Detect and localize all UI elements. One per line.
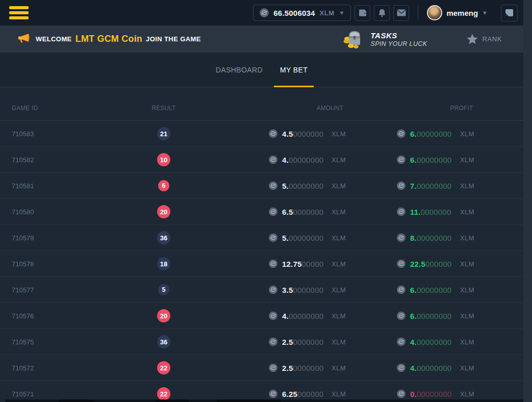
tasks-title: TASKS bbox=[371, 31, 427, 40]
chevron-down-icon: ▼ bbox=[482, 10, 488, 16]
profit-value: 22.5000000 bbox=[410, 260, 451, 268]
result-badge: 5 bbox=[158, 284, 169, 295]
profit-value: 6.00000000 bbox=[410, 156, 451, 164]
result-badge: 36 bbox=[157, 335, 170, 348]
star-icon bbox=[467, 34, 478, 44]
game-id-cell: 710580 bbox=[12, 208, 34, 216]
profit-value: 4.00000000 bbox=[410, 364, 451, 372]
amount-currency-label: XLM bbox=[332, 390, 346, 398]
profit-value: 0.00000000 bbox=[410, 390, 451, 398]
rank-label: RANK bbox=[482, 35, 502, 43]
profit-value: 6.00000000 bbox=[410, 286, 451, 294]
table-row: 710575 36 2.50000000 XLM 4.00000000 XLM bbox=[0, 329, 523, 355]
username: memeng bbox=[446, 9, 478, 17]
balance-currency: XLM bbox=[320, 9, 335, 17]
coin-icon bbox=[269, 390, 277, 398]
amount-cell: 2.50000000 bbox=[269, 338, 323, 346]
tasks-button[interactable]: TASKS SPIN YOUR LUCK bbox=[342, 30, 427, 49]
coin-icon bbox=[269, 312, 277, 320]
profit-value: 6.00000000 bbox=[410, 312, 451, 320]
topbar-right: 66.5006034 XLM ▼ memeng ▼ bbox=[253, 5, 518, 21]
bell-icon bbox=[378, 9, 386, 17]
welcome-suffix: JOIN THE GAME bbox=[146, 35, 201, 43]
profit-currency-label: XLM bbox=[460, 156, 474, 164]
coin-icon bbox=[397, 364, 406, 372]
coin-icon bbox=[269, 156, 277, 164]
table-row: 710571 22 6.25000000 XLM 0.00000000 XLM bbox=[0, 381, 523, 402]
rank-button[interactable]: RANK bbox=[467, 34, 502, 44]
wallet-button[interactable] bbox=[354, 5, 370, 21]
profit-currency-label: XLM bbox=[460, 130, 474, 138]
game-id-cell: 710576 bbox=[12, 312, 34, 320]
column-game-id: GAME ID bbox=[12, 105, 38, 112]
amount-cell: 6.25000000 bbox=[269, 390, 323, 398]
tabs-bar: DASHBOARD MY BET bbox=[0, 53, 523, 87]
result-badge: 22 bbox=[157, 361, 170, 374]
table-row: 710572 22 2.50000000 XLM 4.00000000 XLM bbox=[0, 355, 523, 381]
coin-icon bbox=[397, 286, 406, 294]
amount-value: 5.00000000 bbox=[282, 182, 323, 190]
game-id-cell: 710579 bbox=[12, 234, 34, 242]
profit-cell: 6.00000000 bbox=[397, 312, 451, 320]
chat-toggle-button[interactable] bbox=[501, 5, 518, 21]
topbar-divider bbox=[418, 6, 418, 19]
bet-table-header: GAME ID RESULT AMOUNT PROFIT bbox=[0, 88, 523, 121]
profit-currency-label: XLM bbox=[460, 208, 474, 216]
coin-icon bbox=[397, 338, 406, 346]
coin-icon bbox=[269, 286, 277, 294]
amount-value: 6.25000000 bbox=[282, 390, 323, 398]
tab-my-bet[interactable]: MY BET bbox=[274, 53, 314, 87]
table-row: 710582 10 4.00000000 XLM 6.00000000 XLM bbox=[0, 147, 523, 173]
column-amount: AMOUNT bbox=[317, 105, 344, 112]
coin-icon bbox=[269, 364, 277, 372]
table-row: 710577 5 3.50000000 XLM 6.00000000 XLM bbox=[0, 277, 523, 303]
profit-currency-label: XLM bbox=[460, 260, 474, 268]
amount-cell: 5.00000000 bbox=[269, 182, 323, 190]
tab-dashboard[interactable]: DASHBOARD bbox=[210, 53, 269, 87]
profit-cell: 4.00000000 bbox=[397, 338, 451, 346]
profit-value: 7.00000000 bbox=[410, 182, 451, 190]
amount-currency-label: XLM bbox=[332, 286, 346, 294]
messages-button[interactable] bbox=[393, 5, 409, 21]
profit-currency-label: XLM bbox=[460, 234, 474, 242]
profit-cell: 11.0000000 bbox=[397, 208, 451, 216]
coin-icon bbox=[397, 234, 406, 242]
footer-strip bbox=[5, 399, 523, 402]
amount-value: 4.00000000 bbox=[282, 156, 323, 164]
coin-icon bbox=[397, 390, 406, 398]
game-id-cell: 710578 bbox=[12, 260, 34, 268]
profit-currency-label: XLM bbox=[460, 390, 474, 398]
game-id-cell: 710583 bbox=[12, 130, 34, 138]
bet-table-body: 710583 21 4.50000000 XLM 6.00000000 XLM … bbox=[0, 121, 523, 402]
megaphone-icon bbox=[15, 33, 31, 46]
result-badge: 22 bbox=[157, 387, 170, 400]
user-menu[interactable]: memeng ▼ bbox=[427, 5, 488, 20]
profit-value: 4.00000000 bbox=[410, 338, 451, 346]
game-id-cell: 710575 bbox=[12, 338, 34, 346]
column-profit: PROFIT bbox=[450, 105, 473, 112]
table-row: 710578 18 12.7500000 XLM 22.5000000 XLM bbox=[0, 251, 523, 277]
game-id-cell: 710582 bbox=[12, 156, 34, 164]
balance-selector[interactable]: 66.5006034 XLM ▼ bbox=[253, 5, 351, 21]
profit-cell: 22.5000000 bbox=[397, 260, 451, 268]
notifications-button[interactable] bbox=[374, 5, 390, 21]
amount-value: 12.7500000 bbox=[282, 260, 323, 268]
coin-icon bbox=[397, 156, 406, 164]
hamburger-menu-button[interactable] bbox=[9, 6, 29, 19]
amount-value: 4.00000000 bbox=[282, 312, 323, 320]
scrollbar-track[interactable] bbox=[523, 0, 532, 402]
profit-cell: 6.00000000 bbox=[397, 286, 451, 294]
balance-value: 66.5006034 bbox=[273, 9, 315, 17]
amount-currency-label: XLM bbox=[332, 364, 346, 372]
game-id-cell: 710572 bbox=[12, 364, 34, 372]
wallet-icon bbox=[358, 9, 367, 17]
amount-cell: 6.50000000 bbox=[269, 208, 323, 216]
profit-cell: 7.00000000 bbox=[397, 182, 451, 190]
amount-currency-label: XLM bbox=[332, 338, 346, 346]
result-badge: 18 bbox=[157, 257, 170, 270]
coin-icon bbox=[269, 234, 277, 242]
amount-currency-label: XLM bbox=[332, 182, 346, 190]
amount-cell: 12.7500000 bbox=[269, 260, 323, 268]
profit-cell: 6.00000000 bbox=[397, 156, 451, 164]
result-badge: 10 bbox=[157, 153, 170, 166]
